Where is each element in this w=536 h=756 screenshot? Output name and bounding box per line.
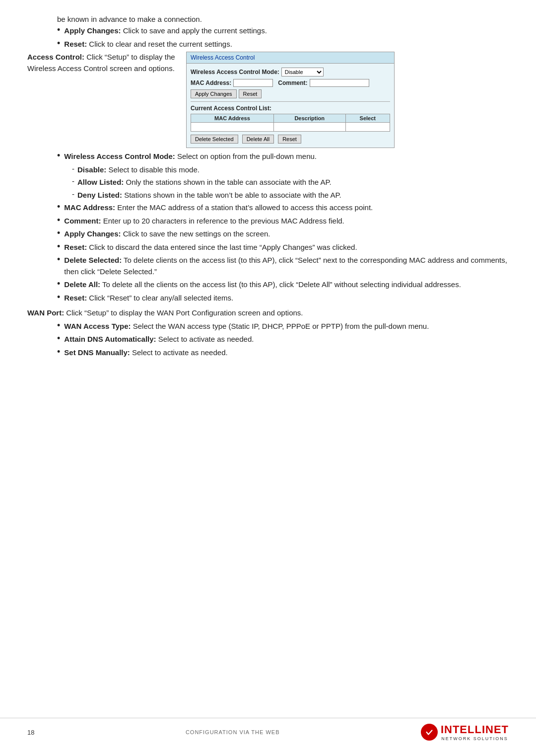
- bullet-mac-address: • MAC Address: Enter the MAC address of …: [27, 202, 509, 214]
- footer-config-text: CONFIGURATION VIA THE WEB: [44, 729, 420, 735]
- allow-listed-bold: Allow Listed:: [77, 178, 124, 186]
- checkmark-svg: [425, 728, 434, 737]
- logo-sub-text: NETWORK SOLUTIONS: [441, 736, 509, 741]
- panel-mode-select[interactable]: Disable Allow Listed Deny Listed: [281, 68, 324, 76]
- bullet-dot-set-dns: •: [57, 347, 60, 357]
- disable-bold: Disable:: [77, 165, 106, 174]
- bullet-text-apply-wac: Apply Changes: Click to save the new set…: [64, 228, 270, 240]
- bullet-dot-comment: •: [57, 215, 60, 226]
- panel-divider: [191, 101, 390, 102]
- logo-main-text: INTELLINET: [441, 723, 509, 736]
- panel-delete-selected-btn[interactable]: Delete Selected: [191, 135, 238, 144]
- bullet-text-del-sel: Delete Selected: To delete clients on th…: [64, 255, 509, 277]
- delete-all-bold: Delete All:: [64, 280, 100, 289]
- set-dns-bold: Set DNS Manually:: [64, 348, 130, 357]
- panel-bottom-row: Delete Selected Delete All Reset: [191, 135, 390, 144]
- wac-mode-bold: Wireless Access Control Mode:: [64, 152, 175, 160]
- sub-bullet-disable: - Disable: Select to disable this mode.: [27, 164, 509, 176]
- bullet-apply-wac: • Apply Changes: Click to save the new s…: [27, 228, 509, 240]
- bullet-text-deny: Deny Listed: Stations shown in the table…: [77, 190, 341, 201]
- access-control-section: Access Control: Click “Setup” to display…: [27, 52, 509, 148]
- bullet-text-del-all: Delete All: To delete all the clients on…: [64, 279, 461, 291]
- dash-disable: -: [72, 164, 74, 173]
- bullet-text-mac: MAC Address: Enter the MAC address of a …: [64, 202, 373, 214]
- table-cell-desc: [273, 123, 345, 132]
- bullet-dot-attain-dns: •: [57, 333, 60, 344]
- bullet-text-2: Reset: Click to clear and reset the curr…: [64, 39, 232, 50]
- access-control-bold: Access Control:: [27, 53, 84, 61]
- panel-apply-btn[interactable]: Apply Changes: [191, 89, 237, 98]
- table-cell-mac: [191, 123, 274, 132]
- panel-comment-input[interactable]: [310, 79, 369, 87]
- sub-bullet-allow-listed: - Allow Listed: Only the stations shown …: [27, 177, 509, 188]
- panel-list-title: Current Access Control List:: [191, 105, 390, 112]
- bullet-dot-del-all: •: [57, 279, 60, 289]
- deny-listed-bold: Deny Listed:: [77, 191, 122, 199]
- bullet-dot-reset-wac: •: [57, 241, 60, 252]
- panel-comment-label: Comment:: [278, 79, 307, 86]
- mac-address-bold: MAC Address:: [64, 203, 115, 212]
- bullet-text-reset-wac2: Reset: Click “Reset” to clear any/all se…: [64, 293, 233, 304]
- table-cell-select: [345, 123, 390, 132]
- table-header-mac: MAC Address: [191, 114, 274, 123]
- main-bullets: • Wireless Access Control Mode: Select o…: [27, 151, 509, 358]
- bullet-text-allow: Allow Listed: Only the stations shown in…: [77, 177, 332, 188]
- panel-mode-label: Wireless Access Control Mode:: [191, 69, 279, 76]
- logo-checkmark-icon: [421, 724, 438, 741]
- bullet-comment: • Comment: Enter up to 20 characters in …: [27, 216, 509, 227]
- reset-wac-bold: Reset:: [64, 243, 87, 251]
- wan-port-bold: WAN Port:: [27, 308, 64, 317]
- dash-allow: -: [72, 177, 74, 185]
- table-header-description: Description: [273, 114, 345, 123]
- bullet-wac-mode: • Wireless Access Control Mode: Select o…: [27, 151, 509, 162]
- bullet-attain-dns: • Attain DNS Automatically: Select to ac…: [27, 334, 509, 345]
- bullet-wan-access-type: • WAN Access Type: Select the WAN access…: [27, 321, 509, 332]
- bullet-text-wan-type: WAN Access Type: Select the WAN access t…: [64, 321, 429, 332]
- wan-port-text: WAN Port: Click “Setup” to display the W…: [27, 307, 303, 319]
- delete-selected-bold: Delete Selected:: [64, 256, 122, 264]
- apply-changes-bold: Apply Changes:: [64, 26, 121, 35]
- bullet-apply-changes: • Apply Changes: Click to save and apply…: [27, 25, 509, 37]
- bullet-set-dns: • Set DNS Manually: Select to activate a…: [27, 347, 509, 359]
- panel-title: Wireless Access Control: [187, 52, 394, 64]
- bullet-dot-2: •: [57, 38, 60, 49]
- footer-logo: INTELLINET NETWORK SOLUTIONS: [421, 723, 509, 741]
- comment-bold: Comment:: [64, 217, 101, 225]
- wan-access-type-bold: WAN Access Type:: [64, 322, 131, 330]
- bullet-dot-mac: •: [57, 202, 60, 212]
- table-header-select: Select: [345, 114, 390, 123]
- logo-text-block: INTELLINET NETWORK SOLUTIONS: [441, 723, 509, 741]
- bullet-text-wac: Wireless Access Control Mode: Select on …: [64, 151, 317, 162]
- apply-changes-wac-bold: Apply Changes:: [64, 229, 121, 238]
- panel-mac-input[interactable]: [233, 79, 273, 87]
- bullet-dot-wac: •: [57, 151, 60, 161]
- panel-delete-all-btn[interactable]: Delete All: [242, 135, 274, 144]
- bullet-dot-wan-type: •: [57, 320, 60, 331]
- bullet-delete-selected: • Delete Selected: To delete clients on …: [27, 255, 509, 277]
- panel-bottom-reset-btn[interactable]: Reset: [278, 135, 301, 144]
- access-control-text: Access Control: Click “Setup” to display…: [27, 52, 176, 74]
- dash-deny: -: [72, 190, 74, 198]
- bullet-reset: • Reset: Click to clear and reset the cu…: [27, 39, 509, 50]
- panel-reset-btn[interactable]: Reset: [239, 89, 262, 98]
- reset-bold: Reset:: [64, 40, 87, 48]
- wireless-access-control-panel: Wireless Access Control Wireless Access …: [186, 52, 395, 148]
- bullet-text: Apply Changes: Click to save and apply t…: [64, 25, 267, 37]
- wan-port-section: WAN Port: Click “Setup” to display the W…: [27, 307, 509, 319]
- bullet-reset-wac2: • Reset: Click “Reset” to clear any/all …: [27, 293, 509, 304]
- bullet-text-disable: Disable: Select to disable this mode.: [77, 164, 200, 176]
- panel-mac-label: MAC Address:: [191, 79, 231, 86]
- bullet-dot-apply-wac: •: [57, 228, 60, 238]
- sub-bullet-deny-listed: - Deny Listed: Stations shown in the tab…: [27, 190, 509, 201]
- intro-text: be known in advance to make a connection…: [27, 15, 509, 23]
- footer: 18 CONFIGURATION VIA THE WEB INTELLINET …: [0, 718, 536, 746]
- table-header-row: MAC Address Description Select: [191, 114, 390, 123]
- panel-table: MAC Address Description Select: [191, 114, 390, 132]
- bullet-dot: •: [57, 25, 60, 35]
- bullet-dot-reset-wac2: •: [57, 292, 60, 302]
- bullet-text-comment: Comment: Enter up to 20 characters in re…: [64, 216, 344, 227]
- panel-mac-row: MAC Address: Comment:: [191, 79, 390, 87]
- panel-mode-row: Wireless Access Control Mode: Disable Al…: [191, 68, 390, 76]
- reset-wac2-bold: Reset:: [64, 294, 87, 302]
- attain-dns-bold: Attain DNS Automatically:: [64, 335, 156, 343]
